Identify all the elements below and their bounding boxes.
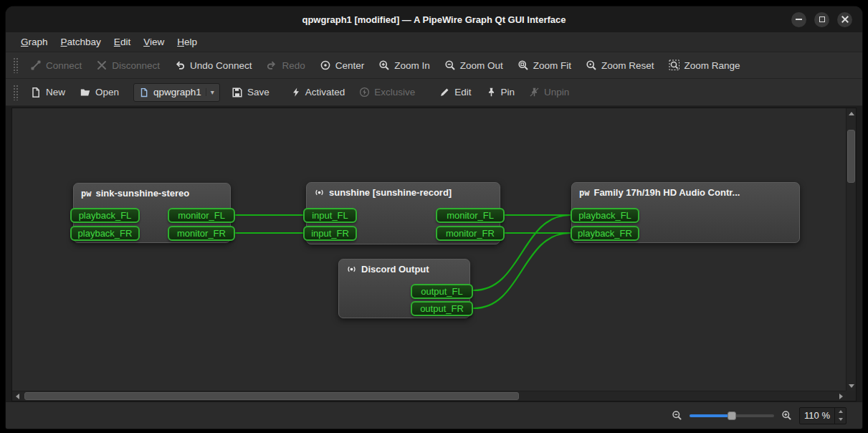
horizontal-scrollbar-track[interactable] xyxy=(22,391,836,401)
node-sink-sunshine-stereo[interactable]: pw sink-sunshine-stereo playback_FL play… xyxy=(73,183,231,243)
open-button[interactable]: Open xyxy=(74,83,125,102)
zoom-in-label: Zoom In xyxy=(394,60,430,71)
port-sink-monitor-fl[interactable]: monitor_FL xyxy=(168,208,235,223)
statusbar: 110 % xyxy=(6,401,862,429)
zoom-fit-label: Zoom Fit xyxy=(533,60,571,71)
zoom-out-icon xyxy=(444,60,456,71)
zoom-fit-button[interactable]: Zoom Fit xyxy=(512,56,577,75)
activated-toggle[interactable]: Activated xyxy=(285,83,351,101)
menu-view[interactable]: View xyxy=(137,34,171,50)
titlebar[interactable]: qpwgraph1 [modified] — A PipeWire Graph … xyxy=(6,6,862,32)
zoom-fit-icon xyxy=(518,60,529,71)
menu-help[interactable]: Help xyxy=(171,34,204,50)
unpin-icon xyxy=(529,87,540,97)
central-area: pw sink-sunshine-stereo playback_FL play… xyxy=(6,106,862,401)
node-sunshine[interactable]: sunshine [sunshine-record] input_FL inpu… xyxy=(306,182,500,244)
zoom-range-icon xyxy=(669,60,680,71)
zoom-spinbox[interactable]: 110 % xyxy=(799,407,846,424)
pin-button[interactable]: Pin xyxy=(480,83,521,101)
port-sink-monitor-fr[interactable]: monitor_FR xyxy=(168,226,235,241)
connections-layer xyxy=(12,108,846,391)
menu-patchbay[interactable]: Patchbay xyxy=(54,34,108,50)
zoom-in-small-icon[interactable] xyxy=(781,410,792,421)
port-sink-playback-fr[interactable]: playback_FR xyxy=(70,226,140,241)
node-title: Discord Output xyxy=(361,264,429,275)
new-button[interactable]: New xyxy=(24,83,71,102)
port-family-playback-fr[interactable]: playback_FR xyxy=(571,226,639,241)
port-discord-output-fr[interactable]: output_FR xyxy=(411,301,473,316)
vertical-scrollbar-thumb[interactable] xyxy=(847,130,855,183)
connect-label: Connect xyxy=(46,60,82,71)
spin-down-button[interactable] xyxy=(835,416,846,424)
node-title-bar: pw Family 17h/19h HD Audio Contr... xyxy=(572,183,799,198)
spinbox-arrows xyxy=(834,408,846,424)
port-family-playback-fl[interactable]: playback_FL xyxy=(571,208,639,223)
zoom-reset-button[interactable]: Zoom Reset xyxy=(580,56,660,75)
port-sunshine-monitor-fl[interactable]: monitor_FL xyxy=(436,208,505,223)
zoom-range-label: Zoom Range xyxy=(685,60,740,71)
port-sunshine-input-fl[interactable]: input_FL xyxy=(303,208,357,223)
combo-dropdown-arrow[interactable]: ▾ xyxy=(206,88,214,96)
node-discord-output[interactable]: Discord Output output_FL output_FR xyxy=(338,259,470,318)
edit-toggle[interactable]: Edit xyxy=(434,83,477,101)
scrollbar-corner xyxy=(846,391,856,401)
graph-canvas[interactable]: pw sink-sunshine-stereo playback_FL play… xyxy=(12,108,846,391)
unpin-button[interactable]: Unpin xyxy=(523,83,575,101)
node-family-audio-controller[interactable]: pw Family 17h/19h HD Audio Contr... play… xyxy=(571,182,800,243)
minimize-icon xyxy=(796,19,802,20)
zoom-slider-handle[interactable] xyxy=(728,411,736,420)
toolbar-drag-handle-2[interactable] xyxy=(13,85,19,100)
close-button[interactable] xyxy=(837,12,852,27)
node-title: Family 17h/19h HD Audio Contr... xyxy=(593,187,740,198)
disconnect-label: Disconnect xyxy=(112,60,160,71)
new-label: New xyxy=(46,87,65,97)
port-sink-playback-fl[interactable]: playback_FL xyxy=(70,208,140,223)
menu-graph[interactable]: Graph xyxy=(14,34,54,50)
maximize-icon xyxy=(819,16,825,22)
zoom-slider-fill xyxy=(690,414,732,417)
vertical-scrollbar[interactable] xyxy=(846,108,856,391)
speaker-icon xyxy=(346,264,357,275)
spin-up-icon xyxy=(839,410,843,413)
scroll-left-button[interactable] xyxy=(12,391,22,401)
toolbar-main: Connect Disconnect Undo Connect Redo Cen xyxy=(6,52,862,79)
zoom-value[interactable]: 110 % xyxy=(800,408,834,424)
zoom-out-button[interactable]: Zoom Out xyxy=(439,56,509,75)
redo-icon xyxy=(266,60,277,71)
patchbay-file-combo[interactable]: qpwgraph1 ▾ xyxy=(133,83,220,102)
menu-edit[interactable]: Edit xyxy=(108,34,137,50)
port-discord-output-fl[interactable]: output_FL xyxy=(411,284,473,299)
window-controls xyxy=(791,6,852,32)
port-sunshine-input-fr[interactable]: input_FR xyxy=(303,226,357,241)
center-button[interactable]: Center xyxy=(314,56,371,75)
scroll-down-button[interactable] xyxy=(846,381,857,391)
horizontal-scrollbar[interactable] xyxy=(12,391,846,401)
arrow-left-icon xyxy=(16,394,19,399)
disconnect-button[interactable]: Disconnect xyxy=(90,56,166,75)
undo-connect-button[interactable]: Undo Connect xyxy=(168,56,257,75)
scroll-right-button[interactable] xyxy=(836,391,846,401)
port-sunshine-monitor-fr[interactable]: monitor_FR xyxy=(436,226,505,241)
zoom-in-button[interactable]: Zoom In xyxy=(373,56,436,75)
spin-up-button[interactable] xyxy=(835,408,846,416)
redo-label: Redo xyxy=(282,60,305,71)
open-folder-icon xyxy=(80,87,91,98)
exclusive-toggle[interactable]: Exclusive xyxy=(353,83,421,101)
pipewire-icon: pw xyxy=(579,188,589,198)
connect-button[interactable]: Connect xyxy=(24,56,87,75)
toolbar-drag-handle[interactable] xyxy=(13,57,19,73)
horizontal-scrollbar-thumb[interactable] xyxy=(24,392,519,400)
arrow-down-icon xyxy=(849,384,854,388)
save-button[interactable]: Save xyxy=(226,83,275,102)
minimize-button[interactable] xyxy=(791,12,806,27)
scroll-up-button[interactable] xyxy=(846,108,857,118)
maximize-button[interactable] xyxy=(814,12,829,27)
zoom-range-button[interactable]: Zoom Range xyxy=(663,56,746,75)
zoom-slider[interactable] xyxy=(690,410,774,422)
pin-label: Pin xyxy=(501,87,515,97)
speaker-icon xyxy=(314,187,325,198)
redo-button[interactable]: Redo xyxy=(260,56,310,75)
zoom-out-small-icon[interactable] xyxy=(672,410,682,421)
unpin-label: Unpin xyxy=(544,87,569,97)
vertical-scrollbar-track[interactable] xyxy=(846,118,856,381)
